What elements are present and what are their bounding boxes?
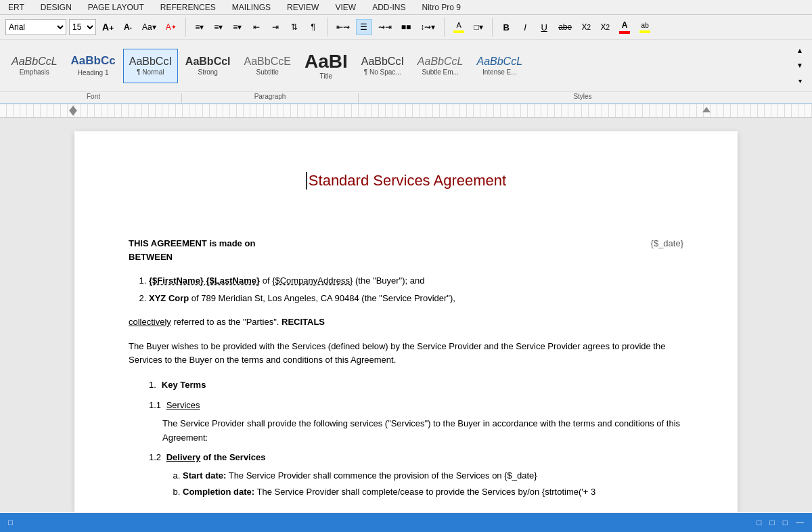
ruler-hanging-indent[interactable] <box>69 110 77 116</box>
align-left-button[interactable]: ⇤⇝ <box>333 19 353 35</box>
align-center-button[interactable]: ☰ <box>356 19 372 35</box>
font-size-select[interactable]: 15 <box>69 19 96 35</box>
style-intensee[interactable]: AaBbCcL Intense E... <box>470 49 528 83</box>
document-title: Standard Services Agreement <box>306 172 506 190</box>
agreement-intro-block: THIS AGREEMENT is made on BETWEEN <box>129 237 255 263</box>
status-bar: □ □ □ □ — <box>0 513 812 532</box>
status-zoom: — <box>796 518 804 527</box>
text-highlight-button[interactable]: ab <box>636 19 654 35</box>
status-right: □ □ □ — <box>757 518 804 527</box>
italic-button[interactable]: I <box>517 19 533 35</box>
party1-name: {$FirstName} {$LastName} <box>149 275 260 286</box>
font-color-button[interactable]: A <box>616 19 633 35</box>
menu-addins[interactable]: ADD-INS <box>369 2 408 13</box>
services-section-header: 1.1 Services <box>149 399 683 412</box>
menu-design[interactable]: DESIGN <box>38 2 74 13</box>
status-view-normal[interactable]: □ <box>757 518 761 527</box>
menu-page-layout[interactable]: PAGE LAYOUT <box>85 2 147 13</box>
parties-list: {$FirstName} {$LastName} of {$CompanyAdd… <box>149 274 683 305</box>
multilevel-button[interactable]: ≡▾ <box>229 19 246 35</box>
recitals-label: RECITALS <box>281 317 325 327</box>
document-body: THIS AGREEMENT is made on BETWEEN {$_dat… <box>129 237 683 498</box>
shading-button[interactable]: A <box>450 19 468 35</box>
decrease-font-button[interactable]: A- <box>120 19 136 35</box>
party2-name: XYZ Corp <box>149 293 189 303</box>
style-nospace-label: ¶ No Spac... <box>364 68 401 76</box>
style-strong[interactable]: AaBbCcl Strong <box>179 49 237 83</box>
services-label: Services <box>166 400 200 410</box>
title-wrapper: Standard Services Agreement <box>129 172 683 217</box>
menu-view[interactable]: VIEW <box>332 2 359 13</box>
menu-review[interactable]: REVIEW <box>284 2 321 13</box>
status-page-icon[interactable]: □ <box>8 518 13 527</box>
style-normal-preview: AaBbCcI <box>129 56 172 68</box>
delivery-section-header: 1.2 Delivery of the Services <box>149 451 683 464</box>
font-group-label: Font <box>5 92 181 103</box>
font-select[interactable]: Arial <box>5 19 66 35</box>
style-title-label: Title <box>320 72 333 80</box>
bold-button[interactable]: B <box>498 19 514 35</box>
document-area: Standard Services Agreement THIS AGREEME… <box>0 118 812 512</box>
style-subtleemph[interactable]: AaBbCcL Subtle Em... <box>411 49 470 83</box>
menu-references[interactable]: REFERENCES <box>158 2 219 13</box>
agreement-intro-bold: THIS AGREEMENT is made on <box>129 238 255 248</box>
style-subtitle[interactable]: AaBbCcE Subtitle <box>238 49 297 83</box>
delivery-a-body: The Service Provider shall commence the … <box>229 470 537 481</box>
align-right-button[interactable]: ⇝⇥ <box>375 19 395 35</box>
separator-1 <box>185 18 186 37</box>
menu-nitro[interactable]: Nitro Pro 9 <box>419 2 463 13</box>
styles-scroll-down[interactable]: ▼ <box>792 59 808 72</box>
line-spacing-button[interactable]: ↕⇝▾ <box>417 19 438 35</box>
party1-address: {$CompanyAddress} <box>272 275 353 286</box>
increase-font-button[interactable]: A+ <box>99 19 117 35</box>
borders-button[interactable]: □▾ <box>470 19 487 35</box>
increase-indent-button[interactable]: ⇥ <box>267 19 284 35</box>
ribbon: Arial 15 A+ A- Aa▾ A✦ ≡▾ ≡▾ ≡▾ ⇤ ⇥ ⇅ ¶ ⇤… <box>0 15 812 104</box>
numbering-button[interactable]: ≡▾ <box>210 19 227 35</box>
style-strong-label: Strong <box>198 68 217 76</box>
agreement-header: THIS AGREEMENT is made on BETWEEN {$_dat… <box>129 237 683 263</box>
style-subtleemph-preview: AaBbCcL <box>418 56 464 68</box>
key-terms-header: 1.Key Terms <box>149 378 683 392</box>
superscript-button[interactable]: X2 <box>597 19 613 35</box>
style-subtleemph-label: Subtle Em... <box>422 68 458 76</box>
style-heading1[interactable]: AaBbCc Heading 1 <box>65 49 122 83</box>
style-title[interactable]: AaBI Title <box>298 49 354 83</box>
style-normal-label: ¶ Normal <box>137 68 164 76</box>
decrease-indent-button[interactable]: ⇤ <box>248 19 265 35</box>
subscript-button[interactable]: X2 <box>578 19 594 35</box>
styles-more[interactable]: ▾ <box>792 74 808 88</box>
delivery-item-a: Start date: The Service Provider shall c… <box>183 469 683 483</box>
recitals-body: The Buyer wishes to be provided with the… <box>129 340 683 368</box>
clear-format-button[interactable]: A✦ <box>162 19 180 35</box>
status-view-web[interactable]: □ <box>783 518 788 527</box>
menu-mailings[interactable]: MAILINGS <box>229 2 273 13</box>
status-left: □ <box>8 518 13 527</box>
style-normal[interactable]: AaBbCcI ¶ Normal <box>123 49 178 83</box>
ribbon-groups: Font Paragraph Styles <box>0 91 812 103</box>
styles-group-label: Styles <box>359 92 807 103</box>
strikethrough-button[interactable]: abe <box>555 19 575 35</box>
collectively-post: referred to as the "Parties". <box>171 317 281 327</box>
delivery-post: of the Services <box>203 452 266 462</box>
collectively-word: collectively <box>129 317 171 327</box>
justify-button[interactable]: ■■ <box>398 19 415 35</box>
delivery-list: Start date: The Service Provider shall c… <box>183 469 683 498</box>
status-view-layout[interactable]: □ <box>770 518 775 527</box>
style-subtitle-preview: AaBbCcE <box>244 56 291 68</box>
style-emphasis[interactable]: AaBbCcL Emphasis <box>5 49 64 83</box>
style-nospace[interactable]: AaBbCcI ¶ No Spac... <box>355 49 410 83</box>
show-marks-button[interactable]: ¶ <box>305 19 321 35</box>
underline-button[interactable]: U <box>536 19 552 35</box>
party2-post: of 789 Meridian St, Los Angeles, CA 9048… <box>191 293 455 303</box>
ruler-right-indent[interactable] <box>702 107 710 112</box>
sort-button[interactable]: ⇅ <box>286 19 302 35</box>
change-case-button[interactable]: Aa▾ <box>139 19 160 35</box>
style-heading1-preview: AaBbCc <box>71 55 116 68</box>
paragraph-group-label: Paragraph <box>182 92 358 103</box>
styles-scroll-up[interactable]: ▲ <box>792 43 808 57</box>
key-terms-label: Key Terms <box>162 380 206 390</box>
menu-ert[interactable]: ERT <box>5 2 27 13</box>
delivery-b-body: The Service Provider shall complete/ceas… <box>257 487 596 497</box>
bullets-button[interactable]: ≡▾ <box>191 19 208 35</box>
